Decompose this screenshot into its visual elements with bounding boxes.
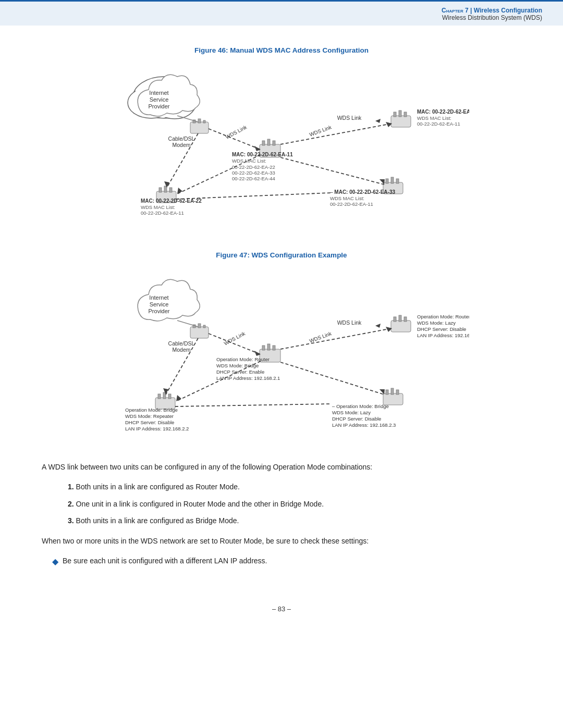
svg-text:WDS Link: WDS Link: [309, 330, 333, 344]
chapter-title: Wireless Configuration: [474, 7, 542, 14]
svg-line-38: [280, 157, 384, 184]
diamond-icon: ◆: [52, 555, 58, 569]
svg-text:00-22-2D-62-EA-44: 00-22-2D-62-EA-44: [232, 176, 275, 181]
svg-rect-76: [273, 346, 275, 350]
svg-rect-78: [394, 317, 396, 322]
svg-text:WDS MAC List:: WDS MAC List:: [417, 115, 451, 121]
svg-rect-77: [391, 320, 411, 332]
header-separator: |: [470, 7, 472, 14]
svg-rect-75: [267, 344, 270, 350]
ordered-list: 1. Both units in a link are configured a…: [57, 481, 521, 526]
svg-rect-88: [168, 394, 171, 399]
svg-rect-68: [190, 327, 209, 338]
svg-rect-29: [396, 179, 399, 183]
svg-rect-27: [386, 179, 388, 183]
list-num-3: 3.: [68, 516, 74, 525]
header-subtitle: Wireless Distribution System (WDS): [21, 14, 542, 21]
svg-rect-22: [391, 116, 411, 127]
svg-text:00-22-2D-62-EA-33: 00-22-2D-62-EA-33: [232, 170, 275, 176]
svg-line-119: [175, 404, 331, 406]
svg-rect-15: [198, 119, 201, 123]
svg-text:Operation Mode: Router: Operation Mode: Router: [216, 356, 270, 362]
svg-text:WDS MAC List:: WDS MAC List:: [141, 204, 175, 210]
svg-line-36: [280, 124, 392, 144]
svg-text:DHCP Server: Disable: DHCP Server: Disable: [332, 416, 381, 422]
svg-text:00-22-2D-62-EA-22: 00-22-2D-62-EA-22: [232, 164, 275, 170]
svg-line-62: [176, 193, 331, 199]
svg-text:Internet: Internet: [149, 294, 168, 301]
svg-text:WDS Mode: Lazy: WDS Mode: Lazy: [417, 320, 456, 326]
main-content: Figure 46: Manual WDS MAC Address Config…: [0, 26, 563, 595]
svg-rect-13: [190, 122, 209, 133]
svg-line-91: [280, 328, 392, 349]
list-item-2: 2. One unit in a link is configured in R…: [68, 498, 521, 510]
svg-text:LAN IP Address: 192.168.2.3: LAN IP Address: 192.168.2.3: [332, 422, 396, 428]
svg-line-93: [280, 362, 384, 394]
svg-rect-19: [262, 141, 265, 145]
svg-text:WDS Link: WDS Link: [337, 115, 362, 121]
list-text-2: One unit in a link is configured in Rout…: [76, 500, 324, 508]
svg-rect-80: [404, 317, 407, 322]
bullet-text-1: Be sure each unit is configured with a d…: [63, 555, 267, 569]
svg-text:MAC: 00-22-2D-62-EA-11: MAC: 00-22-2D-62-EA-11: [232, 152, 293, 157]
chapter-label: Chapter: [442, 7, 463, 14]
svg-text:Modem: Modem: [172, 347, 190, 353]
svg-rect-31: [159, 188, 162, 192]
svg-text:WDS Link: WDS Link: [225, 124, 248, 140]
svg-text:– MAC: 00-22-2D-62-EA-33: – MAC: 00-22-2D-62-EA-33: [330, 189, 395, 195]
svg-rect-71: [203, 325, 205, 328]
svg-rect-23: [394, 112, 396, 117]
svg-text:00-22-2D-62-EA-11: 00-22-2D-62-EA-11: [330, 201, 373, 207]
list-item-3: 3. Both units in a link are configured a…: [68, 515, 521, 526]
svg-rect-33: [169, 188, 172, 192]
list-text-3: Both units in a link are configured as B…: [76, 516, 239, 525]
svg-rect-74: [262, 346, 265, 350]
list-num-1: 1.: [68, 483, 74, 491]
bullet-item-1: ◆ Be sure each unit is configured with a…: [52, 555, 521, 569]
svg-line-17: [177, 116, 198, 122]
intro-text: A WDS link between two units can be conf…: [42, 461, 521, 473]
svg-text:WDS Mode: Repeater: WDS Mode: Repeater: [125, 413, 174, 419]
svg-text:WDS Mode: Lazy: WDS Mode: Lazy: [332, 410, 371, 415]
svg-rect-32: [164, 186, 167, 192]
svg-rect-83: [391, 388, 394, 394]
chapter-num: 7: [465, 7, 469, 14]
svg-rect-24: [399, 110, 401, 117]
svg-text:Cable/DSL: Cable/DSL: [168, 135, 195, 142]
list-item-1: 1. Both units in a link are configured a…: [68, 481, 521, 492]
figure47-title: Figure 47: WDS Configuration Example: [42, 251, 521, 259]
svg-rect-20: [267, 139, 270, 145]
figure46-svg: Internet Service Provider Cable/DSL Mode…: [94, 64, 469, 236]
svg-text:Provider: Provider: [149, 103, 170, 109]
svg-text:00-22-2D-62-EA-11: 00-22-2D-62-EA-11: [417, 121, 460, 127]
svg-text:WDS Link: WDS Link: [337, 319, 362, 326]
svg-marker-98: [375, 324, 381, 328]
svg-text:WDS Mode: Bridge: WDS Mode: Bridge: [216, 363, 259, 368]
figure46-diagram: Internet Service Provider Cable/DSL Mode…: [42, 64, 521, 236]
svg-text:00-22-2D-62-EA-11: 00-22-2D-62-EA-11: [141, 210, 184, 216]
svg-line-72: [177, 320, 198, 327]
figure47-diagram: Internet Service Provider Cable/DSL Mode…: [42, 268, 521, 446]
svg-text:Internet: Internet: [149, 90, 168, 96]
svg-text:DHCP Server: Enable: DHCP Server: Enable: [216, 369, 264, 375]
svg-rect-21: [273, 141, 275, 145]
svg-text:– Operation Mode: Bridge: – Operation Mode: Bridge: [332, 403, 389, 409]
figure46-title: Figure 46: Manual WDS MAC Address Config…: [42, 46, 521, 54]
svg-rect-84: [396, 390, 399, 394]
svg-text:LAN IP Address: 192.168.2.2: LAN IP Address: 192.168.2.2: [125, 426, 189, 431]
svg-text:MAC: 00-22-2D-62-EA-44: MAC: 00-22-2D-62-EA-44: [417, 109, 469, 115]
svg-text:Operation Mode: Router: Operation Mode: Router: [417, 314, 469, 319]
svg-rect-82: [386, 390, 388, 394]
svg-text:MAC: 00-22-2D-62-EA-22: MAC: 00-22-2D-62-EA-22: [141, 198, 202, 204]
svg-rect-79: [399, 315, 401, 322]
svg-text:WDS MAC List:: WDS MAC List:: [232, 158, 266, 164]
svg-text:Operation Mode: Bridge: Operation Mode: Bridge: [125, 407, 178, 413]
svg-text:Provider: Provider: [149, 308, 170, 314]
svg-rect-16: [203, 120, 205, 123]
svg-text:Modem: Modem: [172, 142, 190, 148]
list-text-1: Both units in a link are configured as R…: [76, 483, 240, 491]
list-num-2: 2.: [68, 500, 74, 508]
page-header: Chapter 7 | Wireless Configuration Wirel…: [0, 0, 563, 26]
svg-text:Service: Service: [150, 301, 169, 307]
svg-text:Service: Service: [150, 96, 169, 103]
